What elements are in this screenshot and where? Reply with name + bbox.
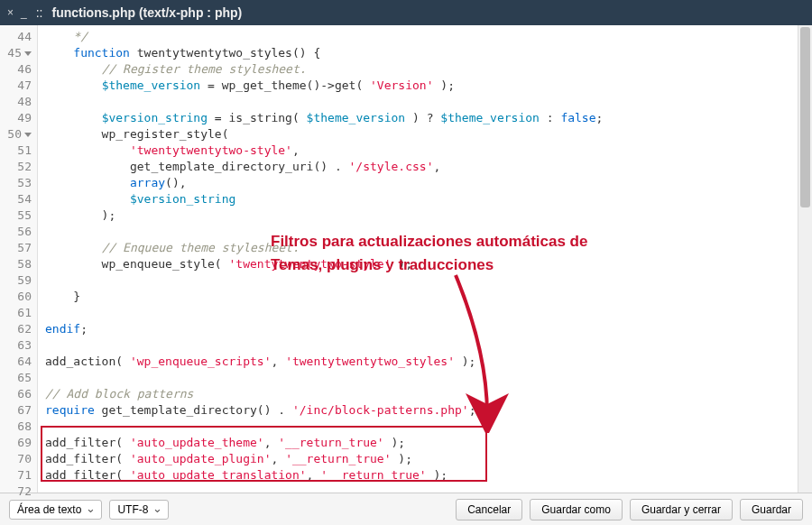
line-number: 64 <box>0 354 32 370</box>
code-line[interactable] <box>45 272 805 289</box>
footer-bar: Área de texto UTF-8 Cancelar Guardar com… <box>0 493 812 525</box>
code-line[interactable]: add_filter( 'auto_update_plugin', '__ret… <box>45 451 805 467</box>
code-editor[interactable]: 4445464748495051525354555657585960616263… <box>0 25 812 493</box>
line-number: 45 <box>0 45 32 61</box>
code-line[interactable]: endif; <box>45 321 805 337</box>
code-area[interactable]: */ function twentytwentytwo_styles() { /… <box>38 25 812 493</box>
window-controls: × _ <box>7 6 27 19</box>
page-title: functions.php (text/x-php : php) <box>51 5 242 20</box>
code-line[interactable] <box>45 484 805 493</box>
code-line[interactable] <box>45 370 805 386</box>
line-number: 51 <box>0 143 32 159</box>
line-number: 52 <box>0 159 32 175</box>
code-line[interactable]: require get_template_directory() . '/inc… <box>45 402 805 419</box>
line-number: 63 <box>0 337 32 354</box>
titlebar: × _ :: functions.php (text/x-php : php) <box>0 0 812 25</box>
code-line[interactable]: // Register theme stylesheet. <box>45 61 805 78</box>
line-number: 56 <box>0 224 32 240</box>
line-number: 46 <box>0 61 32 78</box>
code-line[interactable]: } <box>45 289 805 305</box>
line-number: 44 <box>0 29 32 45</box>
code-line[interactable]: function twentytwentytwo_styles() { <box>45 45 805 61</box>
code-line[interactable]: // Enqueue theme stylesheet. <box>45 240 805 256</box>
title-separator: :: <box>36 5 43 20</box>
line-number: 70 <box>0 451 32 467</box>
code-line[interactable] <box>45 94 805 110</box>
code-line[interactable]: ); <box>45 207 805 224</box>
line-number: 68 <box>0 419 32 435</box>
line-number: 58 <box>0 256 32 272</box>
line-number: 54 <box>0 191 32 207</box>
code-line[interactable]: array(), <box>45 175 805 191</box>
line-number: 72 <box>0 484 32 500</box>
code-line[interactable] <box>45 419 805 435</box>
code-line[interactable]: 'twentytwentytwo-style', <box>45 143 805 159</box>
code-line[interactable] <box>45 337 805 354</box>
code-line[interactable]: $version_string <box>45 191 805 207</box>
line-number: 57 <box>0 240 32 256</box>
code-line[interactable]: $version_string = is_string( $theme_vers… <box>45 110 805 126</box>
line-number: 66 <box>0 386 32 402</box>
code-line[interactable]: $theme_version = wp_get_theme()->get( 'V… <box>45 78 805 94</box>
code-line[interactable]: add_filter( 'auto_update_translation', '… <box>45 467 805 484</box>
encoding-select[interactable]: UTF-8 <box>109 500 169 520</box>
mode-select[interactable]: Área de texto <box>9 500 102 520</box>
line-number: 55 <box>0 207 32 224</box>
line-number: 62 <box>0 321 32 337</box>
vertical-scrollbar[interactable] <box>798 25 812 493</box>
save-button[interactable]: Guardar <box>740 499 803 520</box>
line-number: 71 <box>0 467 32 484</box>
code-line[interactable] <box>45 305 805 321</box>
code-line[interactable] <box>45 224 805 240</box>
line-number: 67 <box>0 402 32 419</box>
line-number: 49 <box>0 110 32 126</box>
minimize-icon[interactable]: _ <box>21 6 27 19</box>
line-number-gutter: 4445464748495051525354555657585960616263… <box>0 25 38 493</box>
line-number: 47 <box>0 78 32 94</box>
line-number: 48 <box>0 94 32 110</box>
line-number: 50 <box>0 126 32 143</box>
save-close-button[interactable]: Guardar y cerrar <box>630 499 733 520</box>
code-line[interactable]: add_filter( 'auto_update_theme', '__retu… <box>45 435 805 451</box>
code-line[interactable]: wp_enqueue_style( 'twentytwentytwo-style… <box>45 256 805 272</box>
line-number: 59 <box>0 272 32 289</box>
line-number: 53 <box>0 175 32 191</box>
scrollbar-thumb[interactable] <box>800 27 810 207</box>
line-number: 61 <box>0 305 32 321</box>
code-line[interactable]: // Add block patterns <box>45 386 805 402</box>
close-icon[interactable]: × <box>7 6 14 19</box>
code-line[interactable]: wp_register_style( <box>45 126 805 143</box>
code-line[interactable]: get_template_directory_uri() . '/style.c… <box>45 159 805 175</box>
code-line[interactable]: */ <box>45 29 805 45</box>
cancel-button[interactable]: Cancelar <box>456 499 522 520</box>
code-line[interactable]: add_action( 'wp_enqueue_scripts', 'twent… <box>45 354 805 370</box>
line-number: 60 <box>0 289 32 305</box>
line-number: 69 <box>0 435 32 451</box>
line-number: 65 <box>0 370 32 386</box>
save-as-button[interactable]: Guardar como <box>530 499 623 520</box>
